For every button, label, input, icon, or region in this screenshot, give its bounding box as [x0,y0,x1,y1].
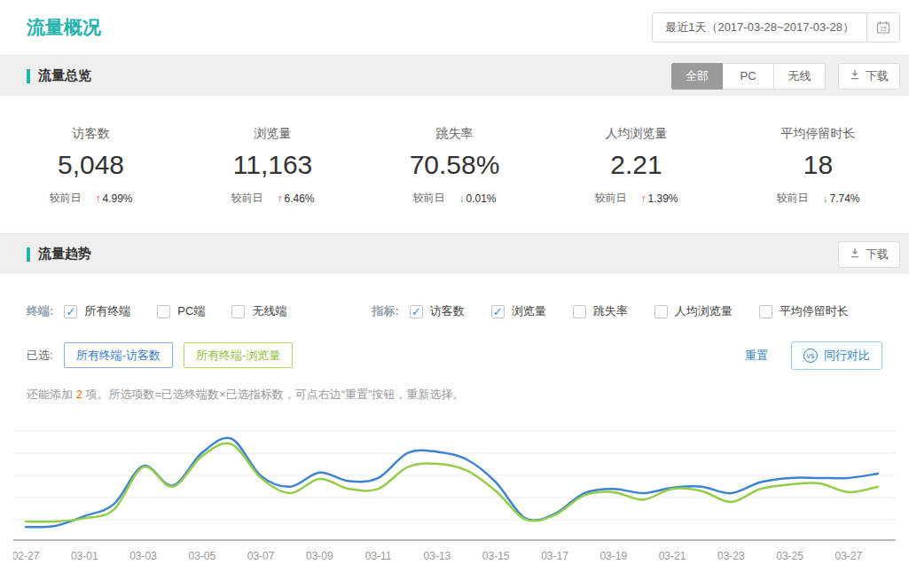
tab-wireless[interactable]: 无线 [774,63,826,90]
metric-delta: ↑4.99% [95,192,132,205]
metric-label: 跳失率 [364,126,545,142]
metric-delta: ↑1.39% [640,192,678,205]
page-header: 流量概况 最近1天（2017-03-28~2017-03-28） 15 [0,0,909,55]
checkbox-label: 浏览量 [512,303,546,319]
checkbox-avg-duration[interactable]: 平均停留时长 [759,303,849,319]
x-tick-label: 03-07 [247,550,275,562]
metric-compare-label: 较前日 [776,191,808,206]
metric-group-label: 指标: [372,303,398,319]
checkbox-bounce-rate[interactable]: 跳失率 [573,303,628,319]
x-tick-label: 03-03 [129,550,157,562]
metric-label: 平均停留时长 [727,126,909,142]
section-accent-bar [27,69,30,83]
x-tick-label: 03-01 [71,550,98,562]
metric-card-avg-duration: 平均停留时长18较前日↓7.74% [727,126,909,233]
metric-card-bounce-rate: 跳失率70.58%较前日↓0.01% [364,126,545,233]
x-tick-label: 03-27 [835,550,863,562]
checkbox-pageviews[interactable]: ✓浏览量 [491,303,546,319]
x-tick-label: 03-23 [717,550,745,562]
metric-card-pageviews: 浏览量11,163较前日↑6.46% [182,126,364,233]
checkbox-box[interactable] [231,305,245,318]
trend-chart[interactable]: 02-2703-0103-0303-0503-0703-0903-1103-13… [13,424,896,570]
selected-tag[interactable]: 所有终端-访客数 [64,342,173,368]
metric-label: 访客数 [0,126,182,142]
metric-compare-label: 较前日 [594,191,626,206]
metric-value: 18 [727,150,909,180]
terminal-group-label: 终端: [27,303,53,319]
peer-compare-button[interactable]: vs 同行对比 [791,341,882,370]
download-icon [850,247,860,261]
metric-delta: ↑6.46% [277,192,314,205]
checkbox-pc-device[interactable]: PC端 [157,303,205,319]
vs-icon: vs [803,349,818,363]
metric-delta: ↓7.74% [822,192,859,205]
device-tabs: 全部PC无线 [671,63,826,90]
down-arrow-icon: ↓ [822,192,827,205]
metric-options: ✓访客数✓浏览量跳失率人均浏览量平均停留时长 [410,303,875,319]
x-tick-label: 03-19 [599,550,627,562]
checkbox-box[interactable]: ✓ [410,305,423,318]
selected-label: 已选: [27,348,53,364]
checkbox-wireless-device[interactable]: 无线端 [231,303,286,319]
checkbox-box[interactable]: ✓ [491,305,505,318]
terminal-options: ✓所有终端PC端无线端 [64,303,313,319]
trend-download-button[interactable]: 下载 [838,241,900,268]
selected-tags: 所有终端-访客数所有终端-浏览量 [53,348,294,364]
x-tick-label: 03-25 [776,550,803,562]
x-tick-label: 03-13 [424,550,451,562]
up-arrow-icon: ↑ [95,192,100,205]
metric-card-pv-per-visitor: 人均浏览量2.21较前日↑1.39% [545,126,727,233]
date-range-text[interactable]: 最近1天（2017-03-28~2017-03-28） [653,13,867,42]
metric-compare-label: 较前日 [49,191,81,206]
checkbox-visitors[interactable]: ✓访客数 [410,303,465,319]
x-tick-label: 03-11 [365,550,392,562]
checkbox-label: 跳失率 [593,303,628,319]
checkbox-label: 无线端 [252,303,286,319]
overview-download-button[interactable]: 下载 [838,63,900,90]
x-tick-label: 03-05 [188,550,215,562]
metric-label: 人均浏览量 [545,126,727,142]
checkbox-label: PC端 [177,303,205,319]
metric-value: 5,048 [0,150,182,180]
checkbox-box[interactable] [573,305,586,318]
checkbox-label: 所有终端 [84,303,130,319]
x-tick-label: 02-27 [13,550,40,562]
section-accent-bar [27,247,30,262]
metric-card-visitors: 访客数5,048较前日↑4.99% [0,126,182,233]
reset-link[interactable]: 重置 [745,348,768,364]
calendar-icon[interactable]: 15 [867,13,899,42]
date-range-picker[interactable]: 最近1天（2017-03-28~2017-03-28） 15 [652,12,900,43]
page-title: 流量概况 [27,15,101,40]
up-arrow-icon: ↑ [277,192,282,205]
hint-text: 还能添加 2 项。所选项数=已选终端数×已选指标数，可点右边“重置”按钮，重新选… [0,387,909,403]
overview-section-header: 流量总览 全部PC无线 下载 [0,55,909,96]
selected-row: 已选: 所有终端-访客数所有终端-浏览量 重置 vs 同行对比 [0,341,909,370]
series-line-0 [26,438,878,528]
metric-value: 2.21 [545,150,727,180]
down-arrow-icon: ↓ [458,192,464,205]
checkbox-all-devices[interactable]: ✓所有终端 [64,303,130,319]
x-tick-label: 03-17 [541,550,568,562]
metrics-row: 访客数5,048较前日↑4.99%浏览量11,163较前日↑6.46%跳失率70… [0,96,909,233]
checkbox-box[interactable] [654,305,668,318]
checkbox-pv-per-visitor[interactable]: 人均浏览量 [654,303,733,319]
checkbox-label: 人均浏览量 [675,303,733,319]
tab-all[interactable]: 全部 [671,63,723,90]
remaining-count: 2 [76,388,82,401]
checkbox-box[interactable] [157,305,170,318]
checkbox-box[interactable]: ✓ [64,305,77,318]
selected-tag[interactable]: 所有终端-浏览量 [184,342,293,368]
metric-compare-label: 较前日 [412,191,444,206]
checkbox-box[interactable] [759,305,772,318]
tab-pc[interactable]: PC [723,63,774,90]
trend-chart-container: 02-2703-0103-0303-0503-0703-0903-1103-13… [0,424,909,574]
metric-value: 70.58% [364,150,545,180]
metric-delta: ↓0.01% [458,192,496,205]
up-arrow-icon: ↑ [640,192,646,205]
filter-row: 终端: ✓所有终端PC端无线端 指标: ✓访客数✓浏览量跳失率人均浏览量平均停留… [0,303,909,319]
overview-section-title: 流量总览 [38,67,91,84]
metric-label: 浏览量 [182,126,364,142]
checkbox-label: 访客数 [430,303,465,319]
x-tick-label: 03-21 [659,550,686,562]
metric-value: 11,163 [182,150,364,180]
